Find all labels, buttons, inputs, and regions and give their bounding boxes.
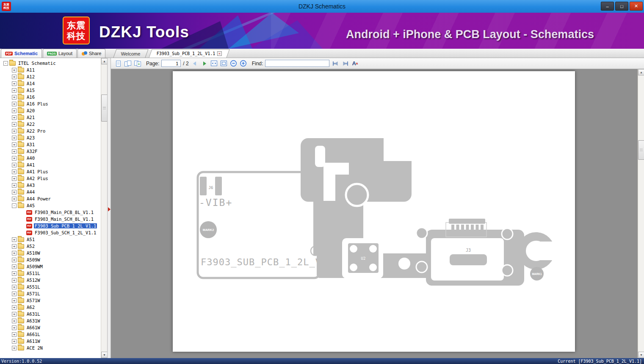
tree-expand-toggle[interactable]: + — [12, 156, 17, 161]
tree-item-folder[interactable]: +A44 — [0, 189, 101, 195]
tree-item-folder[interactable]: +A611W — [0, 338, 101, 345]
tree-item-folder[interactable]: +A509W — [0, 256, 101, 263]
minimize-button[interactable]: – — [601, 2, 614, 11]
tree-item-pdf[interactable]: PDFF3903_Main_SCH_8L_V1.1 — [0, 216, 101, 222]
tree-item-folder[interactable]: +A21 — [0, 114, 101, 121]
tree-item-folder[interactable]: +A22 — [0, 121, 101, 128]
tree-item-folder[interactable]: +A31 — [0, 141, 101, 148]
tree-expand-toggle[interactable]: + — [12, 332, 17, 337]
tree-item-folder[interactable]: +A15 — [0, 87, 101, 94]
tree-item-folder[interactable]: +A509WM — [0, 263, 101, 270]
tree-expand-toggle[interactable]: + — [12, 122, 17, 127]
panel-splitter[interactable] — [108, 58, 111, 358]
tree-expand-toggle[interactable]: + — [12, 75, 17, 79]
tab-schematic[interactable]: PDF Schematic — [1, 49, 42, 58]
tree-item-folder[interactable]: +A511L — [0, 270, 101, 277]
find-input[interactable] — [265, 60, 329, 67]
tree-item-folder[interactable]: +A16 — [0, 94, 101, 100]
tree-expand-toggle[interactable]: + — [12, 305, 17, 310]
tree-item-folder[interactable]: +A20 — [0, 107, 101, 114]
find-next-icon[interactable] — [341, 60, 349, 67]
doc-tab-close-icon[interactable]: ✕ — [217, 51, 222, 56]
tree-item-folder[interactable]: +A52 — [0, 243, 101, 250]
tree-expand-toggle[interactable]: + — [12, 339, 17, 344]
tree-expand-toggle[interactable]: + — [12, 163, 17, 167]
tree-expand-toggle[interactable]: + — [12, 292, 17, 296]
tree-item-folder[interactable]: +A44 Power — [0, 195, 101, 202]
tree-expand-toggle[interactable]: + — [12, 183, 17, 188]
tree-expand-toggle[interactable]: + — [12, 81, 17, 86]
tree-item-folder[interactable]: +A14 — [0, 80, 101, 87]
tree-scrollbar[interactable]: ▲ ▼ — [101, 58, 107, 358]
tree-item-pdf[interactable]: PDFF3903_Sub_PCB_1_2L_V1.1 — [0, 222, 101, 229]
tree-item-folder[interactable]: +A41 — [0, 161, 101, 168]
maximize-button[interactable]: □ — [615, 2, 628, 11]
tree-expand-toggle[interactable]: + — [12, 278, 17, 283]
tree-expand-toggle[interactable]: + — [12, 95, 17, 100]
continuous-view-icon[interactable] — [134, 60, 141, 67]
viewer-scroll-thumb[interactable] — [638, 140, 644, 160]
tree-item-folder[interactable]: +A40 — [0, 155, 101, 161]
tree-item-folder[interactable]: +A510W — [0, 250, 101, 256]
tree-expand-toggle[interactable]: + — [12, 258, 17, 262]
tree-item-folder[interactable]: +A22 Pro — [0, 128, 101, 134]
tree-expand-toggle[interactable]: + — [12, 68, 17, 72]
facing-pages-view-icon[interactable] — [124, 60, 132, 67]
tree-item-folder[interactable]: +A43 — [0, 182, 101, 189]
tree-item-folder[interactable]: +A571W — [0, 297, 101, 304]
next-page-icon[interactable] — [201, 60, 208, 67]
doc-tab-welcome[interactable]: Welcome — [113, 49, 149, 58]
tree-expand-toggle[interactable]: + — [12, 346, 17, 350]
doc-tab-current[interactable]: F3903_Sub_PCB_1_2L_V1.1 ✕ — [149, 49, 230, 58]
tree-expand-toggle[interactable]: - — [3, 61, 8, 66]
tree-item-folder[interactable]: +A631W — [0, 317, 101, 324]
viewer-scroll-up-icon[interactable]: ▲ — [638, 69, 644, 75]
tree-item-folder[interactable]: +A16 Plus — [0, 100, 101, 107]
viewer-scrollbar[interactable]: ▲ ▼ — [638, 69, 644, 358]
previous-page-icon[interactable] — [191, 60, 199, 67]
tree-expand-toggle[interactable]: + — [12, 197, 17, 201]
find-previous-icon[interactable] — [332, 60, 339, 67]
tree-expand-toggle[interactable]: + — [12, 319, 17, 323]
tree-expand-toggle[interactable]: - — [12, 203, 17, 208]
tree-item-pdf[interactable]: PDFF3903_Sub_SCH_1_2L_V1.1 — [0, 229, 101, 236]
tab-share[interactable]: Share — [77, 49, 105, 58]
tree-scroll-down-icon[interactable]: ▼ — [101, 352, 108, 358]
viewer-scroll-down-icon[interactable]: ▼ — [638, 352, 644, 358]
tree-expand-toggle[interactable]: + — [12, 271, 17, 276]
tree-expand-toggle[interactable]: + — [12, 325, 17, 330]
single-page-view-icon[interactable] — [114, 60, 122, 67]
close-button[interactable]: ✕ — [630, 2, 643, 11]
tree-item-folder[interactable]: +A631L — [0, 311, 101, 317]
tree-item-folder[interactable]: +A23 — [0, 134, 101, 141]
tree-expand-toggle[interactable]: + — [12, 88, 17, 93]
tree-expand-toggle[interactable]: + — [12, 264, 17, 269]
tree-item-folder[interactable]: +A661W — [0, 324, 101, 331]
tree-expand-toggle[interactable]: + — [12, 102, 17, 106]
tree-item-folder[interactable]: +A42 Plus — [0, 175, 101, 182]
tree-expand-toggle[interactable]: + — [12, 129, 17, 133]
tree-expand-toggle[interactable]: + — [12, 142, 17, 147]
zoom-in-icon[interactable] — [240, 60, 247, 67]
tree-item-folder[interactable]: +A661L — [0, 331, 101, 338]
tree-expand-toggle[interactable]: + — [12, 312, 17, 317]
tab-layout[interactable]: PADS Layout — [43, 49, 77, 58]
fit-page-icon[interactable] — [220, 60, 228, 67]
tree-item-folder[interactable]: +A32F — [0, 148, 101, 155]
tree-expand-toggle[interactable]: + — [12, 244, 17, 249]
tree-item-folder[interactable]: +A12 — [0, 73, 101, 80]
tree-expand-toggle[interactable]: + — [12, 136, 17, 140]
tree-expand-toggle[interactable]: + — [12, 285, 17, 289]
page-number-input[interactable] — [161, 60, 181, 67]
tree-item-folder[interactable]: +A11 — [0, 67, 101, 73]
tree-expand-toggle[interactable]: + — [12, 190, 17, 195]
tree-item-folder[interactable]: -ITEL Schematic — [0, 60, 101, 67]
tree-scroll-up-icon[interactable]: ▲ — [101, 58, 108, 64]
tree-item-pdf[interactable]: PDFF3903_Main_PCB_8L_V1.1 — [0, 209, 101, 216]
fit-width-icon[interactable] — [210, 60, 218, 67]
tree-item-folder[interactable]: +A571L — [0, 290, 101, 297]
text-size-icon[interactable]: Aa — [351, 60, 359, 67]
tree-expand-toggle[interactable]: + — [12, 169, 17, 174]
zoom-out-icon[interactable] — [230, 60, 238, 67]
tree-expand-toggle[interactable]: + — [12, 149, 17, 154]
